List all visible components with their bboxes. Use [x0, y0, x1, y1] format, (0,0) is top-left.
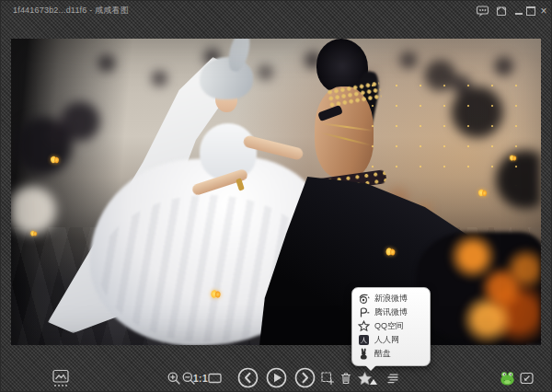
paint-blob [11, 39, 541, 345]
slideshow-play-button[interactable] [265, 366, 287, 388]
thumbnail-strip-button[interactable] [50, 368, 72, 388]
renren-glyph: 人 [359, 335, 369, 345]
share-item-qzone[interactable]: QQ空间 [352, 319, 430, 333]
fit-screen-icon[interactable] [203, 367, 225, 389]
feedback-bubble-icon[interactable] [475, 4, 489, 17]
titlebar[interactable]: 1f441673b2...d11f6 - 咸咸看图 × [0, 0, 552, 22]
tencent-weibo-icon [358, 306, 370, 318]
share-item-label: 腾讯微博 [374, 306, 408, 318]
next-button[interactable] [293, 366, 316, 388]
sina-weibo-icon [358, 293, 370, 305]
float-mini-window-button[interactable] [515, 367, 537, 389]
share-item-label: 新浪微博 [374, 293, 408, 305]
skin-theme-icon[interactable] [494, 4, 509, 17]
previous-button[interactable] [236, 366, 259, 388]
share-item-sina-weibo[interactable]: 新浪微博 [352, 292, 430, 306]
renren-icon: 人 [358, 334, 370, 346]
qzone-star-icon [358, 320, 370, 332]
share-item-tencent-weibo[interactable]: 腾讯微博 [352, 306, 430, 319]
share-item-label: 酷盘 [374, 348, 391, 360]
share-item-renren[interactable]: 人 人人网 [352, 333, 430, 347]
rabbit-icon [358, 348, 370, 360]
share-item-label: QQ空间 [374, 320, 404, 332]
close-button[interactable]: × [536, 4, 551, 17]
dropdown-open-arrow[interactable] [370, 379, 377, 385]
app-window: 1f441673b2...d11f6 - 咸咸看图 × [0, 0, 552, 392]
share-item-kupan[interactable]: 酷盘 [352, 347, 430, 361]
share-menu: 新浪微博 腾讯微博 QQ空间 人 人人网 [351, 287, 431, 366]
more-list-icon[interactable] [382, 367, 404, 389]
share-item-label: 人人网 [374, 334, 399, 346]
window-title: 1f441673b2...d11f6 - 咸咸看图 [13, 5, 129, 17]
artwork-image[interactable] [11, 39, 541, 345]
